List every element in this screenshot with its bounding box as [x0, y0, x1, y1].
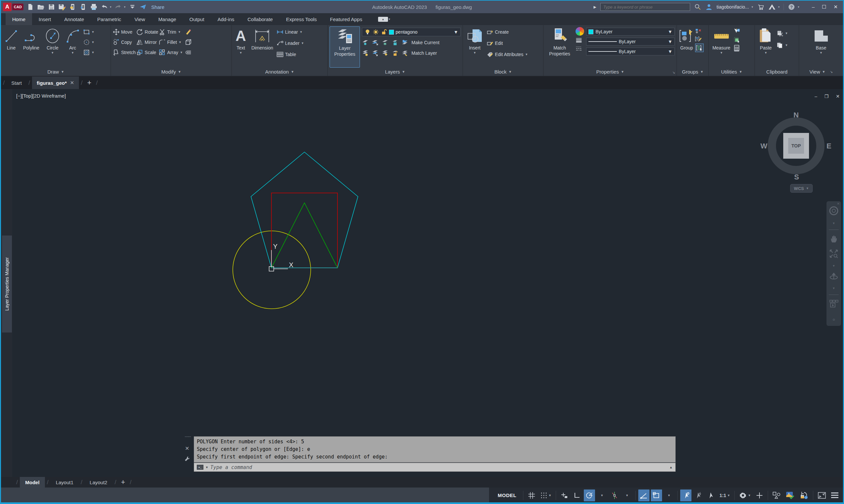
object-snap-button[interactable]: [651, 489, 662, 501]
window-close-button[interactable]: ✕: [833, 4, 838, 10]
lineweight-icon[interactable]: [575, 37, 582, 44]
share-label[interactable]: Share: [151, 4, 165, 10]
edit-block-button[interactable]: Edit: [487, 39, 528, 48]
isolate-objects-button[interactable]: [771, 489, 782, 501]
redo-dropdown-caret[interactable]: ▾: [124, 5, 125, 8]
text-button[interactable]: A Text ▼: [234, 26, 248, 68]
linetype-dropdown[interactable]: ByLayer ▼: [586, 48, 675, 55]
circle-dropdown-caret[interactable]: ▼: [51, 51, 54, 54]
file-tab-start[interactable]: Start: [6, 76, 27, 89]
dimension-button[interactable]: Dimension: [249, 26, 275, 68]
ellipse-tool-icon[interactable]: [83, 39, 90, 46]
command-history[interactable]: POLYGON Enter number of sides <4>: 5 Spe…: [194, 436, 676, 463]
layout2-tab[interactable]: Layout2: [85, 477, 113, 487]
polar-tracking-button[interactable]: [584, 489, 595, 501]
insert-dropdown-caret[interactable]: ▼: [473, 51, 476, 54]
match-properties-button[interactable]: Match Properties: [546, 26, 573, 68]
tab-output[interactable]: Output: [183, 13, 211, 25]
hardware-acceleration-button[interactable]: i: [798, 489, 810, 501]
layer-freeze-icon[interactable]: [382, 39, 388, 46]
insert-block-button[interactable]: Insert ▼: [465, 26, 485, 68]
table-button[interactable]: Table: [277, 50, 304, 59]
window-maximize-button[interactable]: ☐: [822, 4, 826, 10]
tab-insert[interactable]: Insert: [32, 13, 58, 25]
trim-dropdown-caret[interactable]: ▼: [178, 30, 181, 34]
make-current-icon[interactable]: [401, 39, 408, 46]
graphics-performance-button[interactable]: [784, 489, 796, 501]
text-dropdown-caret[interactable]: ▼: [239, 51, 242, 54]
tab-view[interactable]: View: [128, 13, 152, 25]
tab-collaborate[interactable]: Collaborate: [241, 13, 279, 25]
object-snap-caret[interactable]: ▼: [664, 489, 675, 501]
make-current-label[interactable]: Make Current: [411, 40, 440, 45]
mirror-button[interactable]: Mirror: [136, 38, 158, 47]
new-layout-button[interactable]: +: [118, 478, 128, 487]
file-tab-document[interactable]: figuras_geo* ✕: [32, 76, 79, 89]
window-minimize-button[interactable]: –: [812, 4, 815, 10]
workspace-switching-button[interactable]: ▼: [737, 489, 753, 501]
line-button[interactable]: Line: [3, 26, 19, 68]
lineweight-dropdown[interactable]: ByLayer ▼: [586, 38, 675, 46]
command-recent-caret[interactable]: ▼: [205, 466, 208, 469]
panel-label-draw[interactable]: Draw▼: [1, 68, 110, 76]
layout1-tab[interactable]: Layout1: [51, 477, 79, 487]
save-as-button[interactable]: [58, 3, 66, 11]
tab-featured-apps[interactable]: Featured Apps: [323, 13, 369, 25]
panel-label-modify[interactable]: Modify▼: [111, 68, 232, 76]
open-file-button[interactable]: [37, 3, 45, 11]
edit-attributes-button[interactable]: Edit Attributes▼: [487, 50, 528, 59]
linear-dropdown-caret[interactable]: ▼: [299, 30, 303, 34]
measure-button[interactable]: Measure ▼: [711, 26, 732, 68]
grid-display-button[interactable]: [526, 489, 537, 501]
new-drawing-tab-button[interactable]: +: [85, 78, 94, 87]
paste-dropdown-caret[interactable]: ▼: [764, 51, 768, 54]
clean-screen-button[interactable]: [816, 489, 828, 501]
copy-dropdown-caret[interactable]: ▼: [785, 43, 788, 47]
tab-manage[interactable]: Manage: [152, 13, 183, 25]
measure-dropdown-caret[interactable]: ▼: [720, 51, 723, 54]
rectangle-dropdown-caret[interactable]: ▼: [91, 30, 94, 34]
leader-dropdown-caret[interactable]: ▼: [301, 41, 304, 45]
panel-label-properties[interactable]: Properties▼: [544, 68, 676, 76]
paste-button[interactable]: Paste ▼: [757, 26, 775, 68]
redo-button[interactable]: [115, 3, 122, 11]
account-name[interactable]: tiagobonifacio...: [717, 4, 749, 10]
help-icon[interactable]: ?: [788, 3, 795, 11]
move-button[interactable]: Move: [113, 28, 136, 36]
layer-off-icon[interactable]: [362, 39, 368, 46]
create-block-button[interactable]: Create: [487, 28, 528, 36]
edit-attributes-caret[interactable]: ▼: [525, 53, 528, 56]
match-layer-label[interactable]: Match Layer: [411, 51, 437, 56]
isodraft-caret[interactable]: ▼: [621, 489, 633, 501]
panel-label-utilities[interactable]: Utilities▼: [709, 68, 755, 76]
file-tab-close-icon[interactable]: ✕: [70, 80, 74, 86]
print-button[interactable]: [90, 3, 98, 11]
panel-label-block[interactable]: Block▼: [463, 68, 544, 76]
layer-dropdown[interactable]: pentagono ▼: [362, 28, 461, 36]
search-icon[interactable]: [694, 3, 701, 11]
base-dropdown-caret[interactable]: ▼: [820, 51, 823, 54]
ribbon-minimize-icon[interactable]: ▲: [378, 17, 388, 22]
open-from-mobile-button[interactable]: [80, 3, 87, 11]
annotation-visibility-button[interactable]: [680, 489, 691, 501]
qat-customize-button[interactable]: [129, 3, 136, 11]
object-color-dropdown[interactable]: ByLayer ▼: [586, 28, 675, 36]
help-dropdown-caret[interactable]: ▾: [798, 5, 799, 8]
isodraft-button[interactable]: [609, 489, 620, 501]
hatch-dropdown-caret[interactable]: ▼: [91, 51, 94, 54]
color-wheel-icon[interactable]: [575, 27, 584, 36]
command-expand-caret[interactable]: ▲: [669, 465, 673, 469]
command-prompt-icon[interactable]: ▸_: [197, 465, 203, 470]
account-dropdown-caret[interactable]: ▾: [752, 5, 753, 8]
view-expander-icon[interactable]: ↘: [830, 70, 832, 74]
account-avatar-icon[interactable]: [705, 3, 712, 11]
layer-freeze2-icon[interactable]: [382, 50, 388, 56]
layer-unlock2-icon[interactable]: [392, 50, 398, 56]
group-button[interactable]: Group: [679, 26, 694, 68]
drawing-geometry[interactable]: Y X: [1, 89, 843, 477]
command-input[interactable]: ▸_ ▼ Type a command ▲: [194, 463, 676, 472]
base-button[interactable]: Base ▼: [810, 26, 832, 68]
model-space-button[interactable]: MODEL: [494, 489, 520, 501]
rotate-button[interactable]: Rotate: [136, 28, 158, 36]
array-dropdown-caret[interactable]: ▼: [180, 51, 183, 54]
